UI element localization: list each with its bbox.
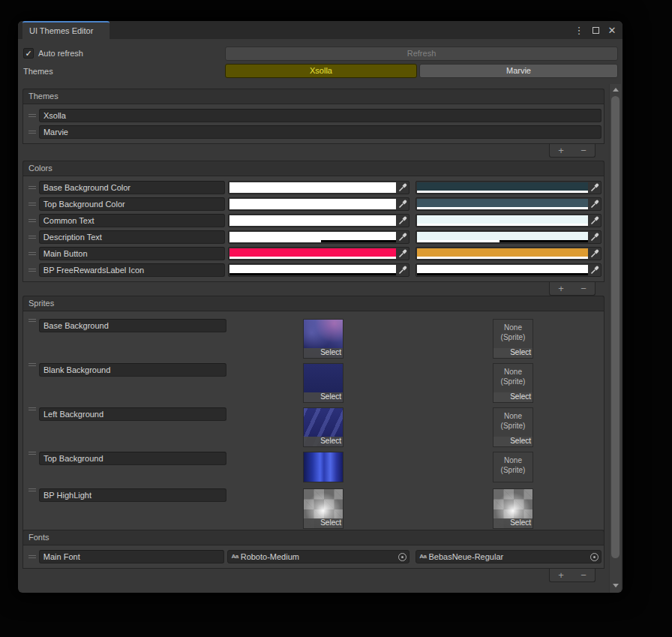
auto-refresh-checkbox[interactable]: ✓ <box>23 48 34 59</box>
maximize-icon[interactable] <box>590 24 602 36</box>
eyedropper-icon[interactable] <box>589 182 601 194</box>
color-field-right[interactable] <box>416 263 602 277</box>
drag-handle-icon[interactable] <box>26 488 39 491</box>
sprite-picker-none[interactable]: None(Sprite) <box>493 452 533 482</box>
tab-bar: UI Themes Editor ⋮ ✕ <box>18 21 622 39</box>
eyedropper-icon[interactable] <box>589 264 601 276</box>
sprite-select-button[interactable]: Select <box>304 437 343 446</box>
sprite-name-input[interactable]: Top Background <box>39 452 226 465</box>
drag-handle-icon[interactable] <box>26 363 39 366</box>
eyedropper-icon[interactable] <box>397 182 409 194</box>
theme-list-item[interactable]: Xsolla <box>26 108 602 122</box>
color-field-left[interactable] <box>228 263 410 277</box>
eyedropper-icon[interactable] <box>397 264 409 276</box>
color-field-left[interactable] <box>228 230 410 244</box>
sprite-name-input[interactable]: BP HighLight <box>39 488 226 502</box>
auto-refresh-label: Auto refresh <box>38 49 83 58</box>
theme-list-item[interactable]: Marvie <box>26 125 602 139</box>
color-field-left[interactable] <box>228 181 410 194</box>
drag-handle-icon[interactable] <box>26 252 39 255</box>
sprite-select-button[interactable]: Select <box>304 392 343 402</box>
drag-handle-icon[interactable] <box>26 269 39 272</box>
drag-handle-icon[interactable] <box>26 114 39 117</box>
sprites-section: Sprites Base Background Select None(Spri… <box>22 296 604 545</box>
theme-name-input[interactable]: Xsolla <box>39 109 602 122</box>
font-object-field-right[interactable]: Aa BebasNeue-Regular <box>416 550 602 563</box>
sprite-name-input[interactable]: Base Background <box>39 319 226 332</box>
close-icon[interactable]: ✕ <box>606 24 618 36</box>
sprite-picker-none[interactable]: None(Sprite) Select <box>493 319 533 359</box>
alpha-bar <box>417 207 588 209</box>
font-object-field-left[interactable]: Aa Roboto-Medium <box>227 550 410 563</box>
eyedropper-icon[interactable] <box>589 198 601 210</box>
color-field-right[interactable] <box>416 247 602 260</box>
color-field-right[interactable] <box>416 214 602 227</box>
sprite-picker-base-background[interactable]: Select <box>303 319 344 359</box>
scrollbar-thumb[interactable] <box>611 96 620 558</box>
object-picker-icon[interactable] <box>398 553 406 561</box>
eyedropper-icon[interactable] <box>397 231 409 243</box>
drag-handle-icon[interactable] <box>26 452 39 455</box>
scroll-up-icon[interactable] <box>613 88 619 92</box>
eyedropper-icon[interactable] <box>589 231 601 243</box>
drag-handle-icon[interactable] <box>26 131 39 134</box>
fonts-section: Fonts Main Font Aa Roboto-Medium Aa Beba… <box>22 530 604 582</box>
refresh-button[interactable]: Refresh <box>225 47 618 61</box>
sprite-select-button[interactable]: Select <box>494 518 532 528</box>
theme-button-xsolla[interactable]: Xsolla <box>225 64 417 78</box>
sprite-select-button[interactable]: Select <box>494 437 532 446</box>
sprite-picker-top-background[interactable] <box>303 452 344 482</box>
drag-handle-icon[interactable] <box>26 236 39 239</box>
vertical-scrollbar[interactable] <box>609 84 621 593</box>
sprite-picker-none[interactable]: None(Sprite) Select <box>493 407 533 447</box>
sprite-name-input[interactable]: Blank Background <box>39 363 226 377</box>
tab-ui-themes-editor[interactable]: UI Themes Editor <box>22 21 110 39</box>
theme-button-marvie[interactable]: Marvie <box>419 64 618 78</box>
add-font-button[interactable]: + <box>554 570 568 581</box>
color-field-left[interactable] <box>228 247 410 260</box>
eyedropper-icon[interactable] <box>589 215 601 227</box>
font-name-input[interactable]: Main Font <box>39 550 225 563</box>
drag-handle-icon[interactable] <box>26 407 39 410</box>
sprite-picker-bp-highlight[interactable]: Select <box>303 488 344 529</box>
color-name-input[interactable]: BP FreeRewardsLabel Icon <box>39 263 225 277</box>
theme-name-input[interactable]: Marvie <box>39 125 602 139</box>
drag-handle-icon[interactable] <box>26 555 39 558</box>
color-name-input[interactable]: Base Background Color <box>39 181 225 194</box>
drag-handle-icon[interactable] <box>26 319 39 322</box>
sprite-picker-bp-highlight[interactable]: Select <box>493 488 533 529</box>
remove-color-button[interactable]: − <box>576 284 591 294</box>
colors-section-header: Colors <box>22 161 604 176</box>
sprite-select-button[interactable]: Select <box>304 518 343 528</box>
color-name-input[interactable]: Top Background Color <box>39 197 225 211</box>
object-picker-icon[interactable] <box>590 553 598 561</box>
sprite-select-button[interactable]: Select <box>494 348 532 358</box>
add-color-button[interactable]: + <box>554 284 568 294</box>
eyedropper-icon[interactable] <box>397 248 409 260</box>
drag-handle-icon[interactable] <box>26 186 39 189</box>
sprite-picker-blank-background[interactable]: Select <box>303 363 344 403</box>
color-field-left[interactable] <box>228 197 410 211</box>
eyedropper-icon[interactable] <box>397 215 409 227</box>
remove-font-button[interactable]: − <box>576 570 591 581</box>
color-field-left[interactable] <box>228 214 410 227</box>
remove-theme-button[interactable]: − <box>576 146 591 156</box>
scroll-down-icon[interactable] <box>613 584 619 587</box>
eyedropper-icon[interactable] <box>397 198 409 210</box>
color-field-right[interactable] <box>416 181 602 194</box>
color-name-input[interactable]: Main Button <box>39 247 225 260</box>
sprite-select-button[interactable]: Select <box>304 348 343 358</box>
sprite-name-input[interactable]: Left Background <box>39 407 226 421</box>
drag-handle-icon[interactable] <box>26 203 39 206</box>
color-name-input[interactable]: Description Text <box>39 230 225 244</box>
drag-handle-icon[interactable] <box>26 219 39 222</box>
window-menu-icon[interactable]: ⋮ <box>573 24 585 36</box>
add-theme-button[interactable]: + <box>554 146 568 156</box>
color-field-right[interactable] <box>416 197 602 211</box>
sprite-select-button[interactable]: Select <box>494 392 532 402</box>
color-name-input[interactable]: Common Text <box>39 214 225 227</box>
sprite-picker-left-background[interactable]: Select <box>303 407 344 447</box>
color-field-right[interactable] <box>416 230 602 244</box>
eyedropper-icon[interactable] <box>589 248 601 260</box>
sprite-picker-none[interactable]: None(Sprite) Select <box>493 363 533 403</box>
